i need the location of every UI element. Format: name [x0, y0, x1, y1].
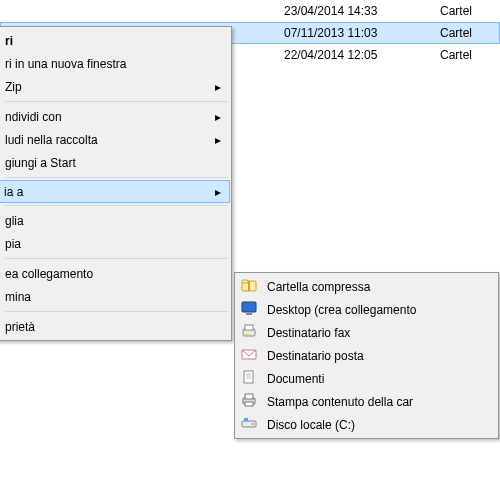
submenu-item-label: Destinatario fax — [267, 326, 350, 340]
submenu-item-label: Documenti — [267, 372, 324, 386]
svg-point-17 — [252, 423, 254, 425]
menu-item-pin-to-start[interactable]: giungi a Start — [0, 151, 229, 174]
menu-item-zip[interactable]: Zip ▸ — [0, 75, 229, 98]
file-date: 22/04/2014 12:05 — [280, 48, 440, 62]
submenu-item-label: Desktop (crea collegamento — [267, 303, 416, 317]
svg-rect-2 — [248, 281, 250, 291]
fax-icon — [241, 323, 259, 341]
svg-rect-9 — [244, 371, 253, 383]
menu-item-label: mina — [5, 290, 31, 304]
file-type: Cartel — [440, 26, 472, 40]
desktop-icon — [241, 300, 259, 318]
menu-item-label: ndividi con — [5, 110, 62, 124]
submenu-item-documents[interactable]: Documenti — [237, 367, 496, 390]
context-menu: ri ri in una nuova finestra Zip ▸ ndivid… — [0, 26, 232, 341]
menu-item-share-with[interactable]: ndividi con ▸ — [0, 105, 229, 128]
menu-separator — [5, 205, 228, 206]
submenu-item-label: Disco locale (C:) — [267, 418, 355, 432]
menu-item-label: ia a — [4, 185, 23, 199]
menu-separator — [5, 258, 228, 259]
submenu-item-mail-recipient[interactable]: Destinatario posta — [237, 344, 496, 367]
file-type: Cartel — [440, 48, 472, 62]
submenu-item-compressed-folder[interactable]: Cartella compressa — [237, 275, 496, 298]
menu-item-open[interactable]: ri — [0, 29, 229, 52]
file-date: 23/04/2014 14:33 — [280, 4, 440, 18]
file-type: Cartel — [440, 4, 472, 18]
file-row[interactable]: 23/04/2014 14:33 Cartel — [0, 0, 500, 22]
submenu-item-desktop-shortcut[interactable]: Desktop (crea collegamento — [237, 298, 496, 321]
menu-item-label: ri — [5, 34, 13, 48]
menu-item-label: glia — [5, 214, 24, 228]
menu-item-label: prietà — [5, 320, 35, 334]
menu-item-label: Zip — [5, 80, 22, 94]
submenu-arrow-icon: ▸ — [215, 185, 221, 199]
menu-item-label: ea collegamento — [5, 267, 93, 281]
menu-separator — [5, 177, 228, 178]
submenu-item-fax-recipient[interactable]: Destinatario fax — [237, 321, 496, 344]
menu-separator — [5, 101, 228, 102]
submenu-arrow-icon: ▸ — [215, 110, 221, 124]
menu-item-open-new-window[interactable]: ri in una nuova finestra — [0, 52, 229, 75]
menu-item-label: ludi nella raccolta — [5, 133, 98, 147]
menu-item-cut[interactable]: glia — [0, 209, 229, 232]
svg-rect-7 — [245, 334, 249, 336]
printer-icon — [241, 392, 259, 410]
submenu-arrow-icon: ▸ — [215, 133, 221, 147]
submenu-item-label: Destinatario posta — [267, 349, 364, 363]
svg-rect-4 — [246, 313, 252, 315]
svg-rect-15 — [245, 402, 253, 406]
submenu-arrow-icon: ▸ — [215, 80, 221, 94]
menu-item-delete[interactable]: mina — [0, 285, 229, 308]
submenu-item-print-folder-contents[interactable]: Stampa contenuto della car — [237, 390, 496, 413]
drive-icon — [241, 415, 259, 433]
menu-item-label: giungi a Start — [5, 156, 76, 170]
submenu-item-local-disk-c[interactable]: Disco locale (C:) — [237, 413, 496, 436]
menu-item-copy[interactable]: pia — [0, 232, 229, 255]
zip-folder-icon — [241, 277, 259, 295]
menu-item-label: ri in una nuova finestra — [5, 57, 126, 71]
svg-rect-3 — [242, 302, 256, 312]
menu-separator — [5, 311, 228, 312]
mail-icon — [241, 346, 259, 364]
documents-icon — [241, 369, 259, 387]
svg-rect-18 — [244, 418, 248, 421]
send-to-submenu: Cartella compressa Desktop (crea collega… — [234, 272, 499, 439]
menu-item-label: pia — [5, 237, 21, 251]
menu-item-properties[interactable]: prietà — [0, 315, 229, 338]
svg-rect-6 — [245, 325, 253, 330]
svg-rect-1 — [242, 280, 248, 283]
submenu-item-label: Cartella compressa — [267, 280, 370, 294]
file-date: 07/11/2013 11:03 — [280, 26, 440, 40]
menu-item-include-in-library[interactable]: ludi nella raccolta ▸ — [0, 128, 229, 151]
submenu-item-label: Stampa contenuto della car — [267, 395, 413, 409]
menu-item-send-to[interactable]: ia a ▸ — [0, 180, 230, 203]
svg-rect-14 — [245, 394, 253, 399]
menu-item-create-shortcut[interactable]: ea collegamento — [0, 262, 229, 285]
